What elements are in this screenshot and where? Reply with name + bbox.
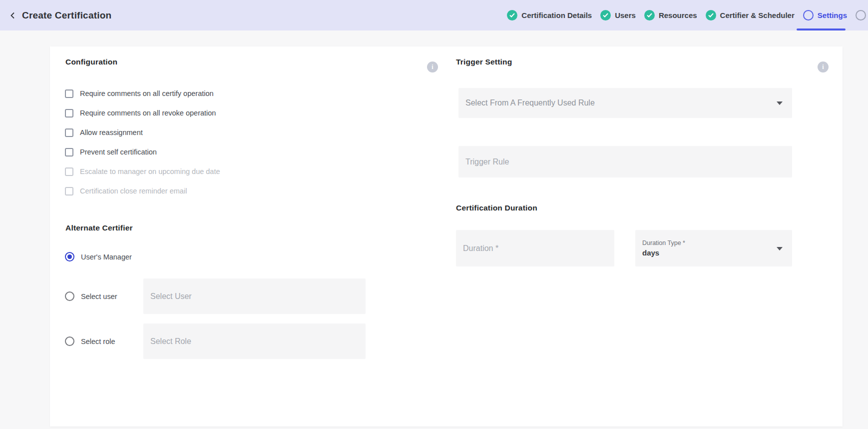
wizard-stepper: Certification Details Users Resources Ce… <box>507 0 866 30</box>
checkbox-icon <box>65 109 73 118</box>
checkbox-label: Require comments on all revoke operation <box>80 109 216 117</box>
checkbox-label: Certification close reminder email <box>80 187 187 195</box>
checkbox-label: Allow reassignment <box>80 128 143 136</box>
checkbox-allow-reassignment[interactable]: Allow reassignment <box>65 128 220 137</box>
active-step-underline <box>797 28 846 30</box>
checkbox-icon <box>65 168 73 176</box>
checkbox-label: Prevent self certification <box>80 148 157 156</box>
radio-select-user[interactable]: Select user <box>65 292 143 301</box>
checkbox-icon <box>65 187 73 196</box>
step-circle-icon <box>856 10 866 20</box>
duration-input[interactable] <box>456 230 614 266</box>
trigger-rule-input[interactable] <box>458 146 792 178</box>
radio-icon <box>65 292 74 301</box>
step-label: Certifier & Scheduler <box>720 11 795 20</box>
duration-type-value: days <box>635 248 659 257</box>
step-label: Resources <box>659 11 697 20</box>
checkbox-prevent-self-certification[interactable]: Prevent self certification <box>65 148 220 156</box>
radio-row-select-user: Select user <box>65 278 366 314</box>
step-resources[interactable]: Resources <box>644 10 697 20</box>
radio-users-manager[interactable]: User's Manager <box>65 252 143 262</box>
certification-duration-title: Certification Duration <box>456 204 537 212</box>
step-label: Certification Details <box>521 11 592 20</box>
configuration-title: Configuration <box>65 58 117 66</box>
chevron-down-icon <box>777 247 783 250</box>
checkbox-escalate-to-manager: Escalate to manager on upcoming due date <box>65 167 220 176</box>
step-label: Settings <box>818 11 847 20</box>
checkbox-icon <box>65 90 73 98</box>
alternate-certifier-title: Alternate Certifier <box>65 224 133 232</box>
trigger-setting-title: Trigger Setting <box>456 58 512 66</box>
step-certifier-scheduler[interactable]: Certifier & Scheduler <box>706 10 795 20</box>
check-circle-icon <box>644 10 655 20</box>
radio-selected-icon <box>65 252 74 262</box>
checkbox-label: Escalate to manager on upcoming due date <box>80 168 220 176</box>
header-bar: Create Certification Certification Detai… <box>0 0 868 30</box>
check-circle-icon <box>706 10 716 20</box>
step-next[interactable] <box>856 10 866 20</box>
radio-label: User's Manager <box>81 253 132 261</box>
back-button[interactable] <box>9 12 17 20</box>
checkbox-icon <box>65 128 73 137</box>
chevron-down-icon <box>777 102 783 105</box>
select-placeholder: Select From A Frequently Used Rule <box>458 98 595 108</box>
radio-row-users-manager: User's Manager <box>65 252 143 262</box>
duration-type-label: Duration Type * <box>635 240 685 246</box>
duration-type-select[interactable]: Duration Type * days <box>635 230 792 266</box>
checkbox-require-comments-revoke[interactable]: Require comments on all revoke operation <box>65 108 220 118</box>
radio-icon <box>65 336 74 346</box>
check-circle-icon <box>600 10 611 20</box>
info-icon[interactable]: i <box>427 62 438 72</box>
step-circle-icon <box>803 10 814 20</box>
checkbox-close-reminder-email: Certification close reminder email <box>65 186 220 196</box>
select-role-input[interactable] <box>143 324 366 359</box>
radio-label: Select user <box>81 292 117 300</box>
radio-row-select-role: Select role <box>65 324 366 359</box>
checkbox-require-comments-certify[interactable]: Require comments on all certify operatio… <box>65 89 220 98</box>
radio-select-role[interactable]: Select role <box>65 336 143 346</box>
step-label: Users <box>615 11 636 20</box>
frequently-used-rule-select[interactable]: Select From A Frequently Used Rule <box>458 88 792 118</box>
select-user-input[interactable] <box>143 278 366 314</box>
checkbox-label: Require comments on all certify operatio… <box>80 90 214 98</box>
checkbox-icon <box>65 148 73 156</box>
settings-panel: Configuration i Require comments on all … <box>50 46 843 426</box>
info-icon[interactable]: i <box>818 62 829 72</box>
step-certification-details[interactable]: Certification Details <box>507 10 592 20</box>
step-users[interactable]: Users <box>600 10 636 20</box>
chevron-left-icon <box>9 12 17 20</box>
radio-label: Select role <box>81 338 115 346</box>
page-title: Create Certification <box>22 10 111 21</box>
configuration-checkbox-list: Require comments on all certify operatio… <box>65 89 220 206</box>
check-circle-icon <box>507 10 517 20</box>
step-settings[interactable]: Settings <box>803 10 847 20</box>
